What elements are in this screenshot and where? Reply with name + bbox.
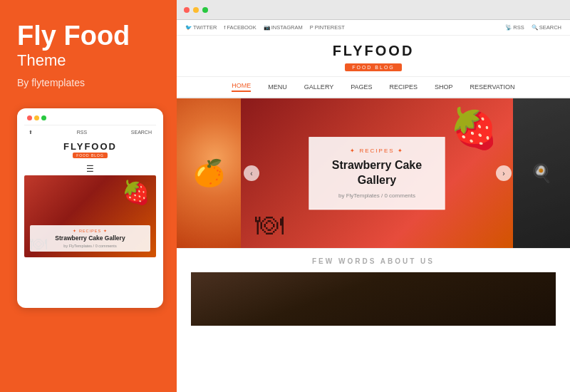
mobile-hero: 🍓 🍽 ✦ RECIPES ✦ Strawberry Cake Gallery …: [24, 175, 156, 257]
hero-overlay-box: ✦ RECIPES ✦ Strawberry Cake Gallery by F…: [309, 137, 445, 210]
nav-reservation[interactable]: RESERVATION: [470, 83, 515, 91]
website-content: 🐦 TWITTER f FACEBOOK 📷 INSTAGRAM P PINTE…: [177, 20, 570, 392]
pinterest-link[interactable]: P PINTEREST: [310, 24, 345, 31]
nav-menu[interactable]: MENU: [268, 83, 287, 91]
utility-left: 🐦 TWITTER f FACEBOOK 📷 INSTAGRAM P PINTE…: [185, 24, 345, 31]
nav-shop[interactable]: SHOP: [435, 83, 453, 91]
hero-post-title: Strawberry Cake Gallery: [324, 158, 430, 188]
site-logo[interactable]: FLYFOOD: [177, 43, 570, 59]
nav-recipes[interactable]: RECIPES: [390, 83, 418, 91]
mobile-logo-text: FLYFOOD: [63, 141, 117, 152]
mobile-mockup: ⬆ RSS SEARCH FLYFOOD FOOD BLOG ☰ 🍓 🍽 ✦ R…: [17, 108, 163, 308]
hero-left-panel: 🍊: [177, 98, 241, 248]
hero-post-meta: by FlyTemplates / 0 comments: [324, 192, 430, 199]
mobile-logo-badge: FOOD BLOG: [73, 153, 108, 158]
hero-right-panel: 🍳: [513, 98, 570, 248]
hero-main-panel: 🍓 🍽 ✦ RECIPES ✦ Strawberry Cake Gallery …: [241, 98, 513, 248]
title-text: Fly Food: [17, 21, 160, 51]
mobile-dot-yellow: [34, 115, 39, 120]
mobile-dot-red: [27, 115, 32, 120]
mobile-share-icon: ⬆: [28, 130, 33, 135]
about-title: FEW WORDS ABOUT US: [191, 257, 556, 265]
right-panel: 🐦 TWITTER f FACEBOOK 📷 INSTAGRAM P PINTE…: [177, 0, 570, 392]
mobile-post-title: Strawberry Cake Gallery: [35, 234, 145, 242]
theme-title: Fly Food Theme: [17, 21, 160, 74]
mobile-rss: RSS: [77, 130, 87, 135]
site-logo-area: FLYFOOD FOOD BLOG: [177, 36, 570, 77]
mobile-top-bar: [24, 115, 156, 125]
mobile-nav-bar: ⬆ RSS SEARCH: [24, 130, 156, 138]
mobile-strawberry-icon: 🍓: [122, 179, 150, 206]
mobile-recipes-tag: ✦ RECIPES ✦: [35, 229, 145, 233]
mobile-post-meta: by FlyTemplates / 0 comments: [35, 244, 145, 248]
hero-area: 🍊 🍓 🍽 ✦ RECIPES ✦ Strawberry Cake Galler…: [177, 98, 570, 248]
utility-bar: 🐦 TWITTER f FACEBOOK 📷 INSTAGRAM P PINTE…: [177, 20, 570, 36]
about-img-inner: [191, 272, 556, 326]
twitter-link[interactable]: 🐦 TWITTER: [185, 24, 217, 31]
left-panel: Fly Food Theme By flytemplates ⬆ RSS SEA…: [0, 0, 177, 392]
utility-right: 📡 RSS 🔍 SEARCH: [505, 24, 561, 31]
browser-dot-yellow: [193, 7, 199, 13]
about-section: FEW WORDS ABOUT US: [177, 248, 570, 331]
mobile-logo: FLYFOOD FOOD BLOG: [24, 138, 156, 161]
browser-dot-red: [184, 7, 190, 13]
subtitle-text: Theme: [17, 51, 160, 70]
instagram-link[interactable]: 📷 INSTAGRAM: [264, 24, 303, 31]
hero-right-food-visual: 🍳: [513, 98, 570, 248]
main-nav: HOME MENU GALLERY PAGES RECIPES SHOP RES…: [177, 77, 570, 98]
about-image-strip: [191, 272, 556, 326]
mobile-search: SEARCH: [131, 130, 152, 135]
mobile-dots: [27, 115, 46, 120]
browser-dot-green: [202, 7, 208, 13]
hero-plate-icon: 🍽: [255, 209, 284, 241]
mobile-hamburger-icon[interactable]: ☰: [24, 161, 156, 175]
slider-prev-button[interactable]: ‹: [244, 165, 259, 181]
about-image: [191, 272, 556, 326]
slider-next-button[interactable]: ›: [496, 165, 512, 181]
facebook-link[interactable]: f FACEBOOK: [224, 24, 256, 31]
hero-recipes-tag: ✦ RECIPES ✦: [324, 148, 430, 154]
mobile-post-overlay: ✦ RECIPES ✦ Strawberry Cake Gallery by F…: [30, 225, 150, 252]
hero-left-food-visual: 🍊: [177, 98, 241, 248]
nav-home[interactable]: HOME: [232, 82, 251, 92]
search-link[interactable]: 🔍 SEARCH: [532, 24, 561, 31]
mobile-dot-green: [41, 115, 46, 120]
author-text: By flytemplates: [17, 77, 160, 88]
rss-link[interactable]: 📡 RSS: [505, 24, 524, 31]
nav-gallery[interactable]: GALLERY: [304, 83, 333, 91]
nav-pages[interactable]: PAGES: [351, 83, 372, 91]
site-tagline: FOOD BLOG: [345, 63, 402, 71]
browser-chrome: [177, 0, 570, 20]
hero-strawberry-icon: 🍓: [450, 105, 499, 152]
